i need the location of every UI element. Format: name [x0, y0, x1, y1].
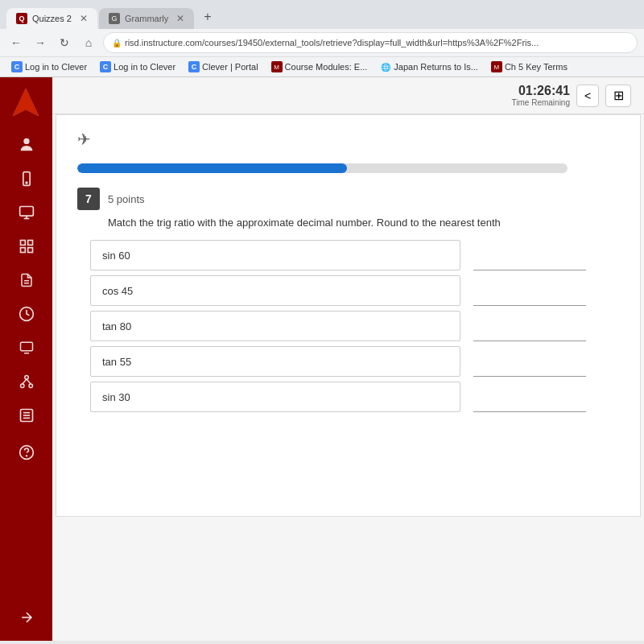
sidebar-icon-phone[interactable] — [11, 163, 42, 194]
canvas-icon-1: M — [271, 61, 283, 72]
question-number: 7 — [77, 188, 100, 210]
tab-grammarly-close[interactable]: ✕ — [176, 13, 184, 24]
svg-marker-0 — [13, 89, 39, 116]
bookmark-ch5-key-terms-label: Ch 5 Key Terms — [505, 62, 568, 72]
sidebar-icon-document[interactable] — [11, 265, 42, 295]
bookmark-login-clever-2-label: Log in to Clever — [114, 62, 175, 72]
match-item-cos45: cos 45 — [90, 275, 460, 306]
bookmark-login-clever-1[interactable]: C Log in to Clever — [6, 60, 92, 74]
match-answer-5[interactable] — [473, 382, 586, 412]
match-answer-2[interactable] — [473, 275, 586, 306]
lms-sidebar — [0, 77, 52, 641]
bookmark-japan-returns[interactable]: 🌐 Japan Returns to Is... — [375, 60, 483, 74]
svg-rect-10 — [20, 248, 25, 253]
progress-container — [64, 155, 632, 181]
progress-bar-bg — [77, 163, 568, 173]
main-content: 01:26:41 Time Remaining < ⊞ ✈ 7 5 poi — [52, 77, 644, 641]
svg-rect-9 — [27, 241, 32, 246]
sidebar-icon-user[interactable] — [11, 130, 42, 160]
sidebar-icon-list[interactable] — [11, 400, 42, 431]
question-container: 7 5 points Match the trig ratio with the… — [64, 181, 632, 419]
tab-bar: Q Quizzes 2 ✕ G Grammarly ✕ + — [0, 0, 644, 29]
canvas-icon-2: M — [491, 61, 502, 72]
match-container: sin 60 cos 45 tan 80 tan 55 sin 30 — [90, 240, 619, 412]
svg-rect-8 — [20, 241, 25, 246]
rocket-icon: ✈ — [77, 130, 91, 149]
browser-content: 01:26:41 Time Remaining < ⊞ ✈ 7 5 poi — [0, 77, 644, 641]
grammarly-favicon: G — [109, 13, 120, 24]
svg-line-21 — [27, 379, 31, 384]
quiz-header: 01:26:41 Time Remaining < ⊞ — [52, 77, 644, 114]
sidebar-icon-clock[interactable] — [11, 299, 42, 329]
timer-label: Time Remaining — [512, 98, 570, 107]
svg-line-20 — [22, 379, 26, 384]
quiz-content-area: ✈ 7 5 points Match the trig ratio with t… — [56, 114, 641, 517]
match-item-tan55: tan 55 — [90, 346, 460, 377]
globe-icon: 🌐 — [380, 61, 391, 72]
match-answer-3[interactable] — [473, 311, 586, 341]
bookmark-clever-portal[interactable]: C Clever | Portal — [184, 60, 263, 74]
bookmark-login-clever-2[interactable]: C Log in to Clever — [95, 60, 180, 74]
svg-rect-15 — [20, 342, 32, 351]
new-tab-button[interactable]: + — [196, 5, 219, 29]
reload-button[interactable]: ↻ — [55, 33, 74, 52]
sidebar-icon-screen[interactable] — [11, 197, 42, 228]
bookmark-japan-returns-label: Japan Returns to Is... — [394, 62, 478, 72]
bookmark-ch5-key-terms[interactable]: M Ch 5 Key Terms — [486, 60, 572, 74]
question-points: 5 points — [108, 193, 145, 205]
timer-block: 01:26:41 Time Remaining — [512, 84, 570, 107]
clever-icon-3: C — [188, 61, 200, 72]
question-header: 7 5 points — [77, 188, 619, 210]
lms-logo — [8, 85, 44, 122]
svg-rect-11 — [27, 248, 32, 253]
tab-quizzes[interactable]: Q Quizzes 2 ✕ — [6, 8, 97, 29]
svg-point-27 — [26, 456, 27, 456]
sidebar-icon-nodes[interactable] — [11, 366, 42, 397]
bookmark-course-modules[interactable]: M Course Modules: E... — [266, 60, 373, 74]
sidebar-icon-help[interactable] — [11, 437, 42, 468]
match-answer-4[interactable] — [473, 346, 586, 377]
tab-quizzes-close[interactable]: ✕ — [80, 13, 88, 24]
bookmark-clever-portal-label: Clever | Portal — [202, 62, 258, 72]
clever-icon-2: C — [100, 61, 111, 72]
quiz-title-bar: ✈ — [64, 123, 632, 155]
address-bar: ← → ↻ ⌂ 🔒 risd.instructure.com/courses/1… — [0, 29, 644, 56]
home-button[interactable]: ⌂ — [79, 33, 98, 52]
tab-grammarly-label: Grammarly — [125, 14, 168, 23]
sidebar-icon-arrow-right[interactable] — [11, 602, 42, 633]
sidebar-icon-grid[interactable] — [11, 231, 42, 262]
match-item-sin60: sin 60 — [90, 240, 460, 270]
progress-bar-fill — [77, 163, 347, 173]
match-item-tan80: tan 80 — [90, 311, 460, 341]
match-answer-1[interactable] — [473, 240, 586, 270]
bookmarks-bar: C Log in to Clever C Log in to Clever C … — [0, 56, 644, 76]
url-text: risd.instructure.com/courses/19450/exter… — [125, 38, 539, 47]
match-item-sin30: sin 30 — [90, 382, 460, 412]
svg-rect-5 — [19, 207, 33, 217]
bookmark-login-clever-1-label: Log in to Clever — [25, 62, 87, 72]
tab-grammarly[interactable]: G Grammarly ✕ — [99, 8, 194, 29]
question-text: Match the trig ratio with the approximat… — [108, 217, 619, 229]
svg-point-18 — [20, 384, 24, 388]
svg-point-4 — [26, 182, 27, 184]
prev-question-button[interactable]: < — [576, 85, 599, 107]
match-left-column: sin 60 cos 45 tan 80 tan 55 sin 30 — [90, 240, 460, 412]
sidebar-icon-monitor[interactable] — [11, 332, 42, 363]
url-bar[interactable]: 🔒 risd.instructure.com/courses/19450/ext… — [103, 32, 638, 53]
quizzes-favicon: Q — [16, 13, 27, 24]
browser-chrome: Q Quizzes 2 ✕ G Grammarly ✕ + ← → ↻ ⌂ 🔒 … — [0, 0, 644, 77]
lock-icon: 🔒 — [112, 39, 122, 47]
calculator-button[interactable]: ⊞ — [605, 85, 631, 107]
bookmark-course-modules-label: Course Modules: E... — [285, 62, 368, 72]
back-button[interactable]: ← — [6, 33, 26, 52]
clever-icon-1: C — [11, 61, 23, 72]
tab-quizzes-label: Quizzes 2 — [32, 14, 72, 23]
match-right-column — [473, 240, 586, 412]
timer-value: 01:26:41 — [518, 84, 570, 98]
svg-point-2 — [23, 138, 29, 144]
svg-point-19 — [29, 384, 33, 388]
forward-button[interactable]: → — [31, 33, 50, 52]
svg-point-17 — [24, 376, 28, 380]
